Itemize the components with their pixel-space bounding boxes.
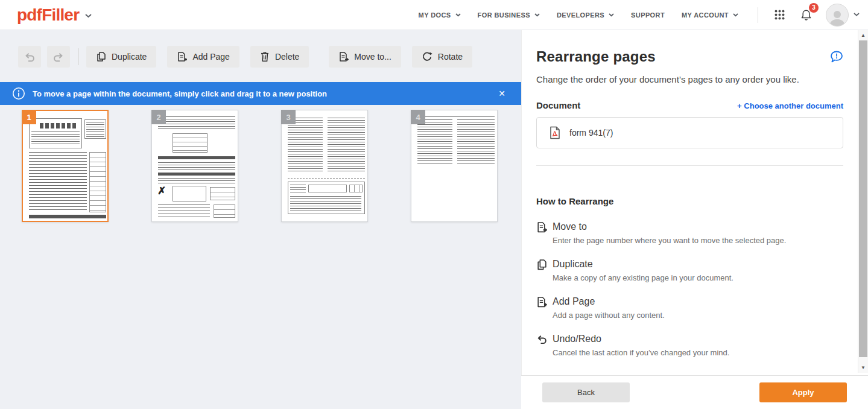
nav-label: FOR BUSINESS: [478, 11, 530, 19]
scrollbar[interactable]: ▲ ▼: [858, 30, 868, 373]
page-preview: [285, 114, 364, 218]
notifications-button[interactable]: 3: [799, 7, 814, 23]
page-number-badge: 4: [411, 110, 425, 124]
trash-icon: [260, 51, 270, 62]
step-label: Move to: [553, 221, 843, 232]
page-thumbnail-3[interactable]: 3: [281, 110, 368, 222]
page-number-badge: 1: [22, 110, 36, 124]
pdf-file-icon: [550, 126, 560, 139]
redo-icon: [52, 51, 65, 62]
step-label: Duplicate: [553, 259, 843, 270]
page-thumbnail-4[interactable]: 4: [411, 110, 498, 222]
page-number-badge: 2: [151, 110, 166, 124]
pages-toolbar: Duplicate Add Page: [18, 46, 483, 68]
avatar: [826, 4, 849, 27]
panel-title: Rearrange pages: [536, 48, 656, 65]
chevron-down-icon: [455, 13, 461, 17]
add-page-icon: [177, 51, 187, 62]
chevron-down-icon: [609, 13, 614, 17]
undo-icon: [536, 334, 547, 346]
button-label: Rotate: [438, 52, 463, 62]
divider: [536, 165, 843, 166]
page-thumbnail-2[interactable]: 2 ✗: [151, 110, 238, 222]
panel-subtitle: Change the order of your document’s page…: [536, 74, 843, 84]
nav-label: MY DOCS: [419, 11, 451, 19]
file-name: form 941(7): [569, 128, 613, 138]
step-label: Undo/Redo: [553, 334, 843, 344]
button-label: Duplicate: [112, 52, 147, 62]
rotate-icon: [422, 51, 432, 62]
back-button[interactable]: Back: [542, 382, 630, 402]
redo-button[interactable]: [47, 46, 70, 68]
help-bubble-icon[interactable]: [830, 51, 843, 63]
nav-divider: [758, 7, 758, 23]
toolbar-divider: [78, 48, 79, 65]
step-move-to: Move to Enter the page number where you …: [536, 221, 843, 245]
nav-support[interactable]: SUPPORT: [631, 11, 665, 19]
nav-my-docs[interactable]: MY DOCS: [419, 11, 461, 19]
how-to-steps: Move to Enter the page number where you …: [536, 221, 843, 357]
chevron-down-icon: [854, 13, 860, 17]
page-preview: [415, 114, 493, 218]
document-label: Document: [536, 100, 580, 110]
step-description: Cancel the last action if you’ve changed…: [553, 348, 843, 357]
how-to-title: How to Rearrange: [536, 196, 843, 206]
grid-icon: [774, 9, 785, 21]
choose-another-document-link[interactable]: + Choose another document: [737, 101, 843, 110]
pages-workspace: Duplicate Add Page: [0, 30, 521, 409]
step-add-page: Add Page Add a page without any content.: [536, 296, 843, 320]
step-description: Add a page without any content.: [553, 311, 843, 320]
step-duplicate: Duplicate Make a copy of any existing pa…: [536, 259, 843, 282]
move-to-icon: [338, 51, 349, 62]
rearrange-panel: Rearrange pages Change the order of your…: [521, 30, 858, 375]
duplicate-icon: [536, 259, 547, 271]
info-icon: [12, 87, 25, 100]
nav-label: SUPPORT: [631, 11, 665, 19]
banner-close-button[interactable]: ✕: [495, 86, 509, 101]
scrollbar-thumb[interactable]: [859, 40, 867, 357]
user-icon: [828, 9, 846, 26]
duplicate-icon: [96, 51, 106, 62]
page-preview: [27, 115, 104, 217]
page-thumbnails: 1 2: [22, 110, 540, 222]
button-label: Move to...: [354, 52, 391, 62]
step-description: Enter the page number where you want to …: [553, 236, 843, 245]
info-banner: To move a page within the document, simp…: [0, 82, 521, 105]
notification-badge: 3: [809, 3, 819, 13]
nav-for-business[interactable]: FOR BUSINESS: [478, 11, 540, 19]
add-page-icon: [536, 296, 547, 308]
move-to-button[interactable]: Move to...: [329, 46, 401, 68]
nav-label: DEVELOPERS: [557, 11, 604, 19]
page-thumbnail-1[interactable]: 1: [22, 110, 109, 222]
chevron-down-icon: [733, 13, 738, 17]
scrollbar-down-arrow[interactable]: ▼: [858, 363, 868, 372]
add-page-button[interactable]: Add Page: [167, 46, 239, 68]
undo-button[interactable]: [18, 46, 41, 68]
nav-label: MY ACCOUNT: [682, 11, 729, 19]
rotate-button[interactable]: Rotate: [412, 46, 472, 68]
step-undo-redo: Undo/Redo Cancel the last action if you’…: [536, 334, 843, 357]
nav-my-account[interactable]: MY ACCOUNT: [682, 11, 738, 19]
logo-text: pdfFiller: [17, 5, 79, 25]
undo-icon: [24, 51, 36, 62]
step-label: Add Page: [553, 296, 843, 307]
button-label: Delete: [275, 52, 299, 62]
duplicate-button[interactable]: Duplicate: [86, 46, 156, 68]
step-description: Make a copy of any existing page in your…: [553, 273, 843, 282]
pdffiller-logo[interactable]: pdfFiller: [17, 5, 92, 25]
button-label: Add Page: [192, 52, 230, 62]
apps-grid-button[interactable]: [773, 8, 787, 22]
main-nav: MY DOCS FOR BUSINESS DEVELOPERS SUPPORT …: [410, 4, 860, 27]
panel-footer: Back Apply: [521, 375, 868, 409]
account-menu[interactable]: [826, 4, 860, 27]
page-number-badge: 3: [281, 110, 296, 124]
apply-button[interactable]: Apply: [759, 382, 847, 402]
scrollbar-up-arrow[interactable]: ▲: [858, 31, 868, 40]
delete-button[interactable]: Delete: [250, 46, 309, 68]
document-item[interactable]: form 941(7): [536, 117, 843, 148]
banner-text: To move a page within the document, simp…: [33, 89, 327, 98]
move-to-icon: [536, 221, 547, 233]
nav-developers[interactable]: DEVELOPERS: [557, 11, 614, 19]
top-navbar: pdfFiller MY DOCS FOR BUSINESS DEVELOPER…: [0, 0, 868, 30]
page-preview: ✗: [156, 114, 234, 218]
